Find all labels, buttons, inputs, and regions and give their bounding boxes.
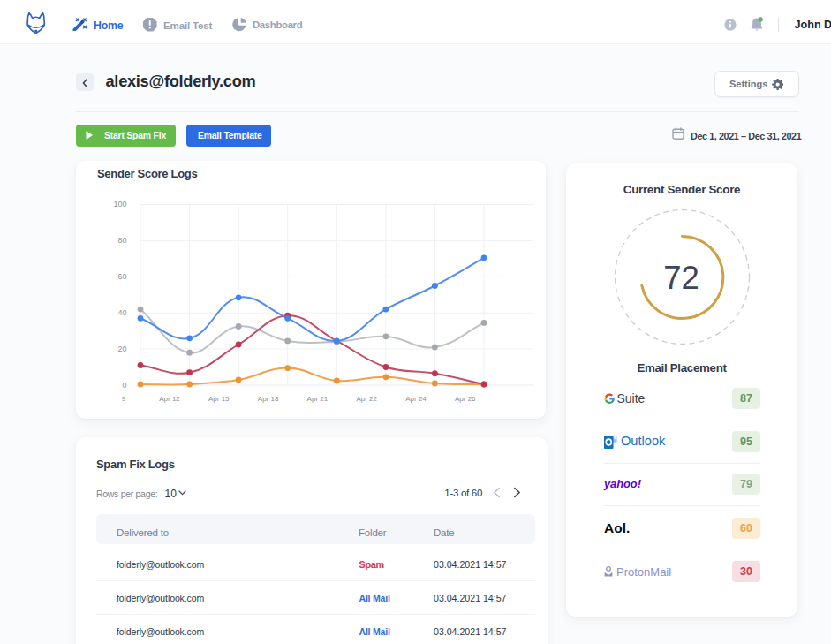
svg-text:80: 80 bbox=[117, 236, 126, 245]
svg-text:Apr 12: Apr 12 bbox=[159, 395, 180, 403]
svg-text:Apr 15: Apr 15 bbox=[208, 395, 230, 403]
svg-text:40: 40 bbox=[117, 308, 126, 317]
svg-text:20: 20 bbox=[117, 345, 126, 353]
svg-text:60: 60 bbox=[117, 272, 126, 281]
svg-text:100: 100 bbox=[113, 200, 126, 208]
svg-text:0: 0 bbox=[122, 381, 126, 390]
svg-text:Apr 22: Apr 22 bbox=[356, 395, 377, 403]
svg-text:Apr 24: Apr 24 bbox=[405, 395, 427, 403]
svg-text:9: 9 bbox=[122, 395, 126, 403]
svg-text:72: 72 bbox=[663, 260, 699, 296]
svg-text:Apr 18: Apr 18 bbox=[258, 395, 279, 403]
svg-text:Apr 21: Apr 21 bbox=[307, 395, 329, 403]
svg-text:Apr 26: Apr 26 bbox=[455, 395, 476, 403]
